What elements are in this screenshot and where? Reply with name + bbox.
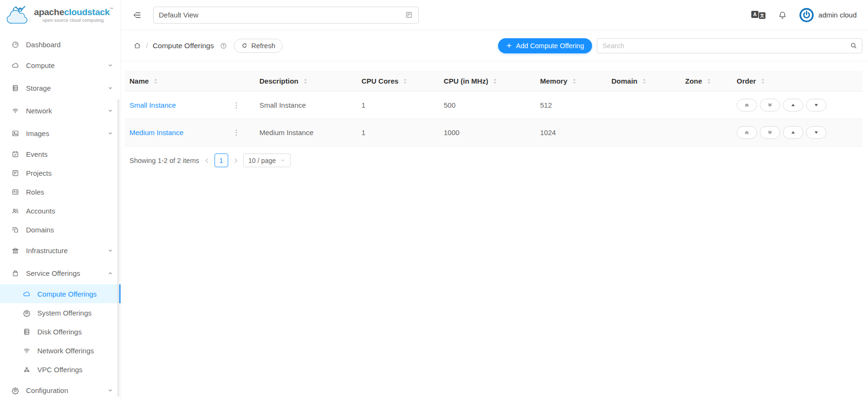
pagination-summary: Showing 1-2 of 2 items — [129, 157, 199, 164]
user-menu[interactable]: admin cloud — [799, 8, 857, 22]
move-down-button[interactable] — [806, 126, 826, 139]
column-label: CPU (in MHz) — [444, 77, 488, 85]
sorter-icon — [760, 78, 765, 85]
offering-name-link[interactable]: Medium Instance — [129, 128, 183, 137]
storage-icon — [23, 328, 31, 336]
sidebar-item-label: Network Offerings — [37, 347, 94, 355]
chevron-down-icon — [108, 108, 113, 113]
column-header-name[interactable]: Name — [125, 71, 255, 92]
reload-icon — [241, 43, 248, 49]
gear-icon — [11, 386, 19, 394]
search-box — [597, 38, 862, 53]
column-header-order[interactable]: Order — [732, 71, 863, 92]
cloudstack-logo[interactable]: apachecloudstack™ open source cloud comp… — [0, 0, 120, 30]
sorter-icon — [642, 78, 647, 85]
offering-name-link[interactable]: Small Instance — [129, 101, 176, 109]
sidebar-item-label: Network — [26, 107, 52, 115]
move-up-button[interactable] — [783, 126, 803, 139]
deployment-icon — [23, 366, 31, 374]
move-down-button[interactable] — [806, 99, 826, 111]
brand-cloudstack: cloudstack — [64, 7, 110, 17]
move-to-top-button[interactable] — [737, 99, 757, 111]
sidebar-item-dashboard[interactable]: Dashboard — [0, 35, 120, 54]
table-header-row: Name Description CPU Cores CPU (in MHz) … — [125, 71, 863, 92]
sidebar-item-infrastructure[interactable]: Infrastructure — [0, 239, 120, 262]
sidebar-item-configuration[interactable]: Configuration — [0, 379, 120, 401]
cell-domain — [607, 92, 680, 119]
storage-icon — [11, 84, 19, 92]
breadcrumb-separator: / — [146, 42, 148, 50]
sidebar-item-service-offerings[interactable]: Service Offerings — [0, 262, 120, 284]
home-icon[interactable] — [133, 42, 141, 50]
notifications-bell-icon[interactable] — [778, 10, 787, 20]
sidebar-item-domains[interactable]: Domains — [0, 220, 120, 239]
next-page-icon[interactable] — [232, 157, 239, 164]
sidebar-item-compute[interactable]: Compute — [0, 54, 120, 77]
cell-description: Medium Instance — [255, 119, 357, 146]
sidebar-item-label: Service Offerings — [26, 269, 80, 277]
chevron-down-icon — [108, 248, 113, 253]
sidebar-item-label: Events — [26, 150, 48, 158]
menu-fold-icon[interactable] — [132, 10, 142, 20]
team-icon — [11, 207, 19, 215]
column-header-cpu-cores[interactable]: CPU Cores — [357, 71, 439, 92]
previous-page-icon[interactable] — [204, 157, 210, 164]
sidebar-item-compute-offerings[interactable]: Compute Offerings — [0, 284, 120, 303]
sidebar-item-network-offerings[interactable]: Network Offerings — [0, 341, 120, 360]
sidebar-item-storage[interactable]: Storage — [0, 77, 120, 99]
move-to-bottom-button[interactable] — [760, 126, 780, 139]
sidebar-item-accounts[interactable]: Accounts — [0, 201, 120, 220]
chevron-down-icon — [108, 85, 113, 91]
calendar-icon — [11, 150, 19, 158]
cloud-icon — [23, 290, 31, 298]
picture-icon — [11, 129, 19, 137]
refresh-button[interactable]: Refresh — [234, 39, 283, 53]
sidebar-item-roles[interactable]: Roles — [0, 182, 120, 201]
move-to-bottom-button[interactable] — [760, 99, 780, 111]
column-header-domain[interactable]: Domain — [607, 71, 680, 92]
sidebar-item-system-offerings[interactable]: System Offerings — [0, 303, 120, 322]
column-label: Domain — [611, 77, 637, 85]
current-page-button[interactable]: 1 — [215, 154, 228, 167]
sidebar-item-label: Disk Offerings — [37, 328, 82, 336]
order-controls — [737, 126, 858, 139]
column-header-cpu-mhz[interactable]: CPU (in MHz) — [439, 71, 535, 92]
sidebar-item-label: Configuration — [26, 386, 68, 394]
add-compute-offering-button[interactable]: Add Compute Offering — [498, 38, 592, 53]
help-question-icon[interactable] — [220, 42, 227, 50]
page-header-actions: Add Compute Offering — [498, 38, 862, 53]
sidebar-item-events[interactable]: Events — [0, 145, 120, 163]
move-up-button[interactable] — [783, 99, 803, 111]
view-selector[interactable]: Default View — [153, 7, 419, 24]
sorter-icon — [706, 78, 712, 85]
sidebar-item-images[interactable]: Images — [0, 122, 120, 145]
translate-cjk-glyph: 文 — [759, 12, 765, 19]
sidebar-item-network[interactable]: Network — [0, 99, 120, 122]
column-header-description[interactable]: Description — [255, 71, 357, 92]
row-actions-button[interactable]: ⋮ — [231, 102, 241, 109]
sidebar-item-disk-offerings[interactable]: Disk Offerings — [0, 322, 120, 341]
sidebar-scrollbar[interactable] — [117, 99, 120, 397]
page-size-select[interactable]: 10 / page — [243, 154, 291, 167]
wifi-icon — [23, 347, 31, 355]
cell-memory: 512 — [535, 92, 607, 119]
column-header-zone[interactable]: Zone — [680, 71, 732, 92]
sidebar-item-label: Roles — [26, 188, 44, 196]
sidebar-item-vpc-offerings[interactable]: VPC Offerings — [0, 360, 120, 379]
bank-icon — [11, 247, 19, 255]
search-icon[interactable] — [850, 42, 858, 50]
column-label: Description — [259, 77, 299, 85]
move-to-top-button[interactable] — [737, 126, 757, 139]
row-actions-button[interactable]: ⋮ — [231, 129, 241, 137]
sidebar-item-label: Accounts — [26, 207, 55, 215]
sidebar-item-projects[interactable]: Projects — [0, 163, 120, 182]
pagination: Showing 1-2 of 2 items 1 10 / page — [125, 154, 863, 167]
sidebar-item-label: Compute Offerings — [37, 290, 97, 298]
cell-description: Small Instance — [255, 92, 357, 119]
project-board-icon — [11, 169, 19, 177]
translate-icon[interactable]: A 文 — [751, 11, 765, 19]
refresh-label: Refresh — [251, 42, 275, 50]
search-input[interactable] — [597, 38, 862, 53]
column-header-memory[interactable]: Memory — [535, 71, 607, 92]
column-label: Name — [129, 77, 149, 85]
